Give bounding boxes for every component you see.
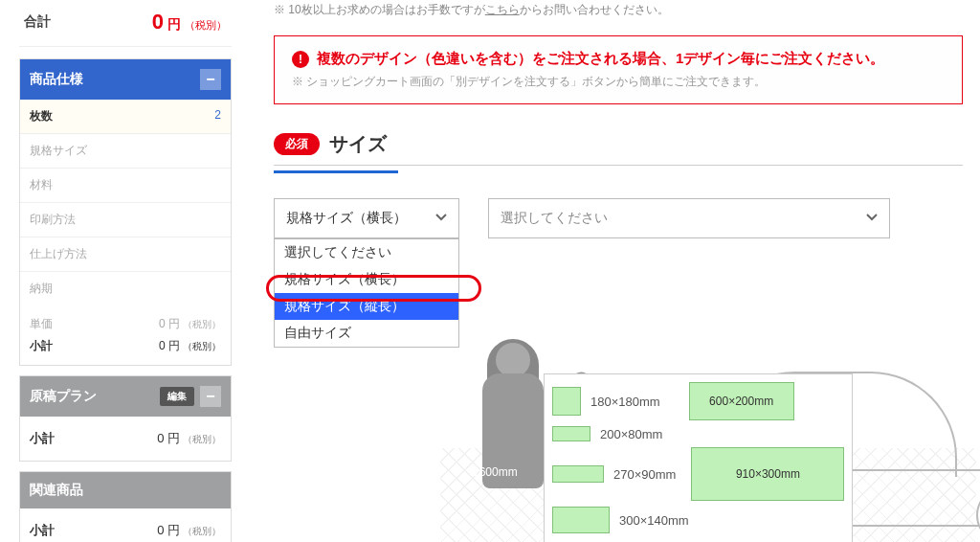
alert-box: ! 複数のデザイン（色違いを含む）をご注文される場合、1デザイン毎にご注文くださ… [274,35,963,104]
spec-item-material[interactable]: 材料 [20,168,231,202]
spec-header: 商品仕様 − [20,59,231,100]
exclamation-icon: ! [292,51,309,68]
related-header: 関連商品 [20,472,231,508]
size-chip [552,387,581,416]
spec-item-label: 枚数 [30,108,53,124]
plan-subtotal-value: 0 円（税別） [157,430,221,447]
plan-collapse-button[interactable]: − [200,386,221,407]
dropdown-option[interactable]: 自由サイズ [275,320,458,347]
spec-collapse-button[interactable]: − [200,69,221,90]
required-badge: 必須 [274,133,320,155]
dropdown-option-highlighted[interactable]: 規格サイズ（縦長） [275,293,458,320]
size-chip: 910×300mm [691,447,844,501]
spec-item-finish[interactable]: 仕上げ方法 [20,237,231,271]
chevron-down-icon [866,211,878,226]
size-chip [552,465,604,483]
subtotal-value: 0 円（税別） [159,338,221,354]
spec-item-label: 印刷方法 [30,212,76,228]
alert-main: ! 複数のデザイン（色違いを含む）をご注文される場合、1デザイン毎にご注文くださ… [292,50,945,68]
sidebar: 合計 0 円 （税別） 商品仕様 − 枚数2 規格サイズ 材料 印刷方法 仕上げ… [19,0,232,542]
total-tax: （税別） [185,18,227,33]
size-chip [552,507,610,533]
alert-main-text: 複数のデザイン（色違いを含む）をご注文される場合、1デザイン毎にご注文ください。 [317,50,884,68]
subtotal-label: 小計 [30,338,53,354]
selects-row: 規格サイズ（横長） 選択してください 規格サイズ（横長） 規格サイズ（縦長） 自… [274,198,963,238]
size-chip: 600×200mm [689,382,794,420]
plan-header-title: 原稿プラン [30,388,97,405]
total-amount: 0 円 （税別） [152,10,227,34]
total-unit: 円 [167,16,181,34]
dropdown-option[interactable]: 規格サイズ（横長） [275,266,458,293]
plan-subtotal: 小計 0 円（税別） [20,417,231,461]
size-chip-label: 200×80mm [600,427,662,441]
related-box: 関連商品 小計 0 円（税別） [19,471,232,542]
spec-item-due[interactable]: 納期 [20,271,231,305]
size-type-select[interactable]: 規格サイズ（横長） [274,198,459,238]
select1-wrapper: 規格サイズ（横長） 選択してください 規格サイズ（横長） 規格サイズ（縦長） 自… [274,198,459,238]
plan-subtotal-label: 小計 [30,430,55,447]
plan-header: 原稿プラン 編集 − [20,376,231,417]
spec-item-label: 規格サイズ [30,143,87,159]
plan-box: 原稿プラン 編集 − 小計 0 円（税別） [19,375,232,462]
size-chip-label: 300×140mm [619,513,689,528]
size-chip-label: 180×180mm [590,395,660,409]
spec-price-block: 単価 0 円（税別） 小計 0 円（税別） [20,305,231,365]
size-value-placeholder: 選択してください [501,210,608,227]
size-type-dropdown: 選択してください 規格サイズ（横長） 規格サイズ（縦長） 自由サイズ [274,238,459,348]
dropdown-option[interactable]: 選択してください [275,239,458,266]
total-value: 0 [152,10,164,34]
unit-price-value: 0 円（税別） [159,316,221,332]
size-chip [552,426,590,441]
top-note: ※ 10枚以上お求めの場合はお手数ですがこちらからお問い合わせください。 [274,2,963,18]
size-value-select[interactable]: 選択してください [488,198,890,238]
spec-item-quantity[interactable]: 枚数2 [20,100,231,133]
spec-box: 商品仕様 − 枚数2 規格サイズ 材料 印刷方法 仕上げ方法 納期 単価 0 円… [19,58,232,366]
size-illustration: 1600mm 180×180mm 600×200mm 200×80mm 270×… [440,343,976,542]
spec-item-size[interactable]: 規格サイズ [20,133,231,168]
size-samples-panel: 180×180mm 600×200mm 200×80mm 270×90mm 91… [544,373,853,542]
spec-list: 枚数2 規格サイズ 材料 印刷方法 仕上げ方法 納期 [20,100,231,305]
top-note-suffix: からお問い合わせください。 [520,3,669,16]
section-title: 必須 サイズ [274,131,963,166]
main-content: ※ 10枚以上お求めの場合はお手数ですがこちらからお問い合わせください。 ! 複… [274,0,980,238]
section-title-text: サイズ [329,131,387,157]
plan-edit-button[interactable]: 編集 [160,387,194,406]
unit-price-row: 単価 0 円（税別） [30,313,221,335]
top-note-prefix: ※ 10枚以上お求めの場合はお手数ですが [274,3,485,16]
related-subtotal: 小計 0 円（税別） [20,508,231,542]
spec-item-label: 材料 [30,177,53,193]
related-header-title: 関連商品 [30,482,83,499]
spec-header-title: 商品仕様 [30,71,83,88]
size-chip-label: 270×90mm [613,467,676,482]
spec-item-label: 納期 [30,281,53,297]
spec-item-label: 仕上げ方法 [30,246,87,262]
chevron-down-icon [435,211,447,226]
spec-item-print[interactable]: 印刷方法 [20,202,231,237]
alert-sub-text: ※ ショッピングカート画面の「別デザインを注文する」ボタンから簡単にご注文できま… [292,74,945,90]
subtotal-row: 小計 0 円（税別） [30,335,221,357]
unit-price-label: 単価 [30,316,53,332]
total-label: 合計 [24,13,51,31]
size-type-selected: 規格サイズ（横長） [286,210,407,227]
top-note-link[interactable]: こちら [485,3,520,16]
related-subtotal-label: 小計 [30,522,55,539]
person-height-label: 1600mm [473,465,518,479]
spec-item-value: 2 [214,108,221,124]
total-row: 合計 0 円 （税別） [19,0,232,47]
related-subtotal-value: 0 円（税別） [157,522,221,539]
